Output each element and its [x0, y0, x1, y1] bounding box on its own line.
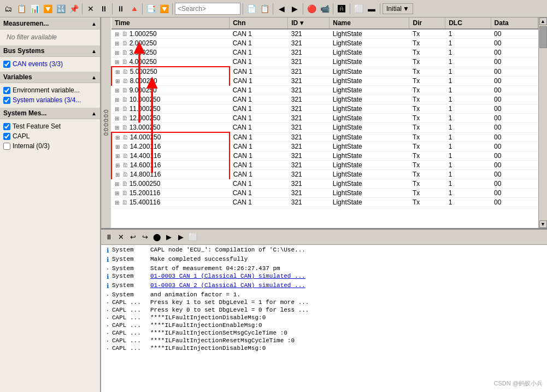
log-btn-5[interactable]: ⬤ — [151, 232, 162, 243]
table-row[interactable]: ⊞ 🖻 14.000250 CAN 1 321 LightState Tx 1 … — [111, 132, 538, 142]
expand-icon[interactable]: ⊞ — [115, 50, 119, 56]
expand-icon[interactable]: ⊞ — [115, 172, 120, 178]
expand-icon[interactable]: ⊞ — [115, 144, 120, 150]
toolbar-btn-1[interactable]: 🗂 — [2, 3, 14, 15]
toolbar-btn-9[interactable]: 🔺 — [128, 3, 140, 15]
can-events-checkbox[interactable] — [3, 61, 10, 68]
expand-icon[interactable]: ⊞ — [115, 78, 120, 84]
sidebar-item-test-feature[interactable]: Test Feature Set — [3, 121, 97, 131]
sys-vars-checkbox[interactable] — [3, 97, 10, 104]
toolbar-btn-rect2[interactable]: ▬ — [366, 3, 378, 15]
sys-vars-link[interactable]: System variables (3/4... — [13, 96, 81, 104]
toolbar-btn-filter[interactable]: 🔽 — [42, 3, 54, 15]
sidebar-item-can-events[interactable]: CAN events (3/3) — [3, 59, 97, 69]
col-header-dlc[interactable]: DLC — [445, 17, 491, 29]
toolbar-btn-rec[interactable]: 🔴 — [305, 3, 317, 15]
toolbar-btn-6[interactable]: 📌 — [68, 3, 80, 15]
expand-icon[interactable]: ⊞ — [115, 31, 119, 37]
trace-table-wrapper[interactable]: Time Chn ID ▾ Name Dir DLC Data ⊞ 🖻 1.00… — [111, 17, 538, 228]
toolbar-btn-copy[interactable]: 📄 — [245, 3, 257, 15]
scrollbar-thumb[interactable] — [539, 26, 547, 48]
toolbar-btn-back[interactable]: ◀ — [275, 3, 287, 15]
col-header-time[interactable]: Time — [111, 17, 230, 29]
sidebar-item-env-vars[interactable]: Environment variable... — [3, 85, 97, 95]
table-row[interactable]: ⊞ 🖻 11.000250 CAN 1 321 LightState Tx 1 … — [111, 104, 538, 114]
system-mes-header[interactable]: System Mes... ▲ — [0, 107, 100, 119]
table-row[interactable]: ⊞ 🖻 14.400116 CAN 1 321 LightState Tx 1 … — [111, 151, 538, 161]
log-btn-4[interactable]: ↪ — [139, 232, 150, 243]
log-btn-3[interactable]: ↩ — [127, 232, 138, 243]
expand-icon[interactable]: ⊞ — [115, 69, 120, 75]
table-row[interactable]: ⊞ 🖻 4.000250 CAN 1 321 LightState Tx 1 0… — [111, 57, 538, 67]
expand-icon[interactable]: ⊞ — [115, 106, 119, 112]
table-row[interactable]: ⊞ 🖻 10.000250 CAN 1 321 LightState Tx 1 … — [111, 95, 538, 104]
table-row[interactable]: ⊞ 🖻 5.000250 CAN 1 321 LightState Tx 1 0… — [111, 67, 538, 77]
can-events-link[interactable]: CAN events (3/3) — [13, 60, 63, 68]
initial-button[interactable]: Initial ▼ — [383, 3, 413, 14]
sidebar-item-internal[interactable]: Internal (0/3) — [3, 141, 97, 151]
log-link[interactable]: 01-0003 CAN 2 (Classical CAN) simulated … — [150, 282, 545, 289]
scrollbar-down[interactable]: ▼ — [539, 220, 547, 228]
table-row[interactable]: ⊞ 🖻 9.000250 CAN 1 321 LightState Tx 1 0… — [111, 86, 538, 95]
expand-icon[interactable]: ⊞ — [115, 87, 119, 93]
expand-icon[interactable]: ⊞ — [115, 40, 119, 46]
table-row[interactable]: ⊞ 🖻 15.400116 CAN 1 321 LightState Tx 1 … — [111, 198, 538, 207]
table-row[interactable]: ⊞ 🖻 1.000250 CAN 1 321 LightState Tx 1 0… — [111, 29, 538, 39]
table-row[interactable]: ⊞ 🖻 15.200116 CAN 1 321 LightState Tx 1 … — [111, 189, 538, 198]
toolbar-btn-8[interactable]: ⏸ — [115, 3, 127, 15]
internal-checkbox[interactable] — [3, 143, 10, 150]
col-header-name[interactable]: Name — [330, 17, 409, 29]
table-row[interactable]: ⊞ 🖻 15.000250 CAN 1 321 LightState Tx 1 … — [111, 179, 538, 189]
log-btn-6[interactable]: ▶ — [163, 232, 174, 243]
col-header-chn[interactable]: Chn — [230, 17, 288, 29]
trace-scrollbar[interactable]: ▲ ▼ — [538, 17, 547, 228]
sidebar-item-capl[interactable]: CAPL — [3, 131, 97, 141]
table-row[interactable]: ⊞ 🖻 3.000250 CAN 1 321 LightState Tx 1 0… — [111, 48, 538, 57]
scrollbar-up[interactable]: ▲ — [539, 17, 547, 25]
capl-checkbox[interactable] — [3, 133, 10, 140]
toolbar-btn-3[interactable]: 📊 — [28, 3, 40, 15]
col-header-id[interactable]: ID ▾ — [288, 17, 330, 29]
expand-icon[interactable]: ⊞ — [115, 181, 119, 187]
expand-icon[interactable]: ⊞ — [115, 59, 119, 65]
toolbar-btn-rec2[interactable]: 📹 — [319, 3, 331, 15]
toolbar-btn-11[interactable]: 🔽 — [158, 3, 170, 15]
system-mes-collapse-icon[interactable]: ▲ — [91, 110, 97, 116]
expand-icon[interactable]: ⊞ — [115, 162, 120, 168]
toolbar-btn-pause[interactable]: ⏸ — [98, 3, 110, 15]
toolbar-btn-5[interactable]: 🔣 — [55, 3, 67, 15]
expand-icon[interactable]: ⊞ — [115, 200, 119, 206]
env-vars-checkbox[interactable] — [3, 87, 10, 94]
col-header-data[interactable]: Data — [491, 17, 538, 29]
sidebar-item-sys-vars[interactable]: System variables (3/4... — [3, 95, 97, 105]
table-row[interactable]: ⊞ 🖻 8.000250 CAN 1 321 LightState Tx 1 0… — [111, 77, 538, 86]
log-btn-stop[interactable]: ⏸ — [103, 232, 114, 243]
measurements-header[interactable]: Measuremen... ▲ — [0, 17, 100, 30]
measurements-collapse-icon[interactable]: ▲ — [91, 21, 97, 27]
toolbar-btn-paste[interactable]: 📋 — [258, 3, 270, 15]
expand-icon[interactable]: ⊞ — [115, 153, 120, 159]
toolbar-btn-10[interactable]: 📑 — [145, 3, 157, 15]
table-row[interactable]: ⊞ 🖻 12.000250 CAN 1 321 LightState Tx 1 … — [111, 114, 538, 123]
toolbar-btn-stop[interactable]: ✕ — [85, 3, 97, 15]
test-feature-checkbox[interactable] — [3, 123, 10, 130]
expand-icon[interactable]: ⊞ — [115, 125, 119, 131]
table-row[interactable]: ⊞ 🖻 14.600116 CAN 1 321 LightState Tx 1 … — [111, 161, 538, 170]
expand-icon[interactable]: ⊞ — [115, 115, 119, 121]
variables-collapse-icon[interactable]: ▲ — [91, 74, 97, 80]
toolbar-btn-2[interactable]: 📋 — [15, 3, 27, 15]
table-row[interactable]: ⊞ 🖻 13.000250 CAN 1 321 LightState Tx 1 … — [111, 123, 538, 133]
expand-icon[interactable]: ⊞ — [115, 190, 119, 196]
search-input[interactable] — [175, 3, 240, 15]
expand-icon[interactable]: ⊞ — [115, 97, 119, 103]
col-header-dir[interactable]: Dir — [409, 17, 445, 29]
log-link[interactable]: 01-0003 CAN 1 (Classical CAN) simulated … — [150, 273, 545, 279]
log-btn-7[interactable]: ▶ — [175, 232, 186, 243]
expand-icon[interactable]: ⊞ — [115, 134, 120, 141]
table-row[interactable]: ⊞ 🖻 14.800116 CAN 1 321 LightState Tx 1 … — [111, 170, 538, 179]
table-row[interactable]: ⊞ 🖻 2.000250 CAN 1 321 LightState Tx 1 0… — [111, 39, 538, 48]
table-row[interactable]: ⊞ 🖻 14.200116 CAN 1 321 LightState Tx 1 … — [111, 142, 538, 151]
toolbar-btn-fwd[interactable]: ▶ — [289, 3, 301, 15]
toolbar-btn-az[interactable]: 🅰 — [336, 3, 348, 15]
bus-systems-collapse-icon[interactable]: ▲ — [91, 48, 97, 54]
